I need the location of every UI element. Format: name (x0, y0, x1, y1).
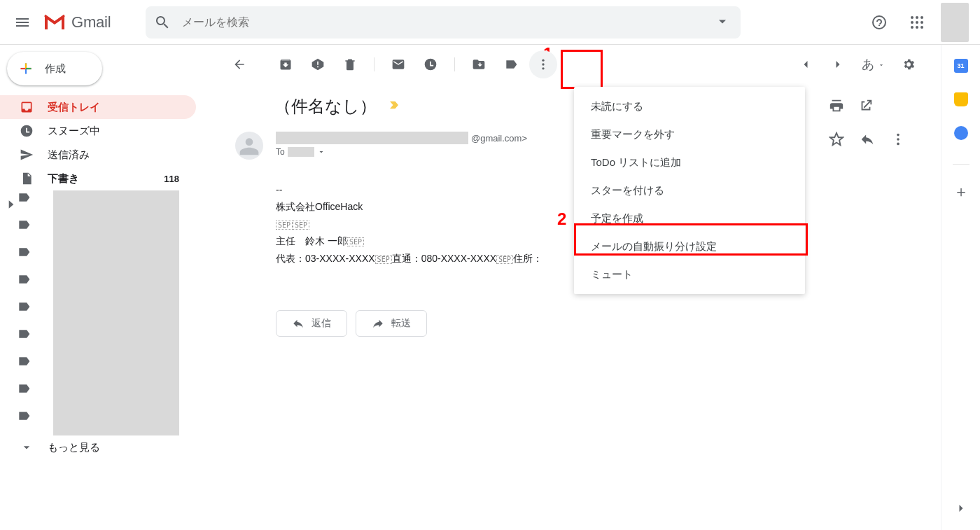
label-icon (17, 409, 31, 423)
sender-name-redacted (276, 132, 468, 144)
search-options-button[interactable] (714, 13, 731, 32)
sidebar-item-drafts[interactable]: 下書き 118 (0, 167, 196, 190)
send-icon (20, 148, 34, 162)
arrow-back-icon (232, 57, 246, 71)
sidebar-labels-redacted (53, 190, 179, 435)
message-body-line: 代表：03-XXXX-XXXX (276, 253, 375, 264)
sidebar-item-label: スヌーズ中 (48, 125, 100, 138)
print-button[interactable] (829, 98, 844, 116)
dd-create-event[interactable]: 予定を作成 (574, 204, 805, 232)
message-more-button[interactable] (890, 132, 906, 149)
calendar-addon[interactable]: 31 (954, 59, 968, 73)
apps-button[interactable] (903, 8, 931, 36)
search-icon (154, 14, 171, 31)
label-icon (17, 327, 31, 341)
message-actions (829, 132, 906, 149)
trash-icon (343, 57, 357, 71)
tasks-addon[interactable] (954, 126, 968, 140)
clock-icon (424, 57, 438, 71)
sender-avatar[interactable] (235, 132, 263, 160)
older-button[interactable] (792, 50, 820, 78)
svg-point-10 (542, 63, 544, 65)
svg-point-9 (542, 60, 544, 62)
header-right (865, 3, 969, 42)
label-icon (17, 382, 31, 396)
subject-text: （件名なし） (274, 95, 377, 118)
search-input[interactable] (171, 6, 732, 39)
side-panel: 31 ＋ (941, 45, 980, 530)
keep-addon[interactable] (954, 92, 968, 106)
separator-char: SEP (375, 255, 392, 264)
sidebar-item-more[interactable]: もっと見る (0, 435, 196, 459)
toolbar-separator (454, 57, 455, 71)
input-tools-button[interactable]: あ (856, 56, 890, 73)
forward-label: 転送 (391, 317, 411, 330)
caret-down-icon (878, 62, 885, 69)
sender-email-suffix: @gmail.com> (471, 133, 527, 144)
archive-icon (279, 57, 293, 71)
account-avatar[interactable] (941, 3, 969, 42)
label-icon (17, 272, 31, 286)
spam-button[interactable] (304, 50, 332, 78)
reply-button[interactable] (860, 132, 875, 149)
sidebar-item-snoozed[interactable]: スヌーズ中 (0, 119, 196, 143)
star-button[interactable] (829, 132, 844, 149)
label-icon (17, 354, 31, 368)
forward-button-large[interactable]: 転送 (356, 310, 427, 337)
more-vertical-icon (536, 57, 550, 71)
mark-unread-button[interactable] (384, 50, 412, 78)
reply-label: 返信 (312, 317, 331, 330)
search-bar[interactable] (146, 6, 741, 39)
more-button[interactable] (529, 50, 557, 78)
recipient-redacted (288, 147, 314, 157)
open-new-window-button[interactable] (858, 98, 874, 116)
message-body-line: 住所： (513, 253, 542, 264)
dd-label: ミュート (591, 268, 633, 281)
label-icon (504, 57, 518, 71)
inbox-icon (20, 100, 34, 114)
reply-button-large[interactable]: 返信 (276, 310, 347, 337)
drafts-count: 118 (164, 174, 179, 184)
dd-label: スターを付ける (591, 184, 664, 197)
compose-button[interactable]: 作成 (7, 52, 102, 85)
main-menu-button[interactable] (6, 6, 39, 39)
person-icon (238, 134, 260, 157)
sidebar-item-inbox[interactable]: 受信トレイ (0, 95, 196, 119)
dd-star[interactable]: スターを付ける (574, 176, 805, 204)
delete-button[interactable] (336, 50, 364, 78)
print-icon (829, 98, 844, 113)
sidebar-label-item[interactable] (0, 190, 196, 435)
back-button[interactable] (225, 50, 253, 78)
archive-button[interactable] (272, 50, 300, 78)
move-icon (472, 57, 486, 71)
dd-filter-messages[interactable]: メールの自動振り分け設定 (574, 232, 805, 260)
message-body-line: 直通：080-XXXX-XXXX (392, 253, 496, 264)
svg-point-11 (542, 67, 544, 69)
more-vertical-icon (890, 132, 906, 147)
message-body-line: -- (276, 184, 282, 195)
label-icon (17, 218, 31, 232)
labels-button[interactable] (497, 50, 525, 78)
separator-char: SEP (293, 221, 309, 230)
get-addons-button[interactable]: ＋ (953, 184, 969, 200)
snooze-button[interactable] (416, 50, 444, 78)
dd-mute[interactable]: ミュート (574, 260, 805, 288)
spam-icon (311, 57, 325, 71)
label-icons (17, 190, 45, 423)
caret-right-icon (4, 197, 18, 211)
dd-mark-unread[interactable]: 未読にする (574, 92, 805, 120)
importance-marker[interactable] (388, 99, 400, 115)
support-button[interactable] (865, 8, 893, 36)
sidebar-item-sent[interactable]: 送信済み (0, 143, 196, 167)
gmail-logo[interactable]: Gmail (43, 13, 111, 32)
settings-button[interactable] (895, 50, 923, 78)
dd-remove-important[interactable]: 重要マークを外す (574, 120, 805, 148)
caret-down-icon (714, 13, 731, 29)
dd-label: 予定を作成 (591, 212, 643, 225)
sidebar-item-label: もっと見る (48, 441, 100, 454)
side-panel-toggle[interactable] (954, 501, 968, 517)
dd-add-todo[interactable]: ToDo リストに追加 (574, 148, 805, 176)
newer-button[interactable] (824, 50, 852, 78)
svg-point-7 (916, 26, 918, 29)
move-to-button[interactable] (465, 50, 493, 78)
